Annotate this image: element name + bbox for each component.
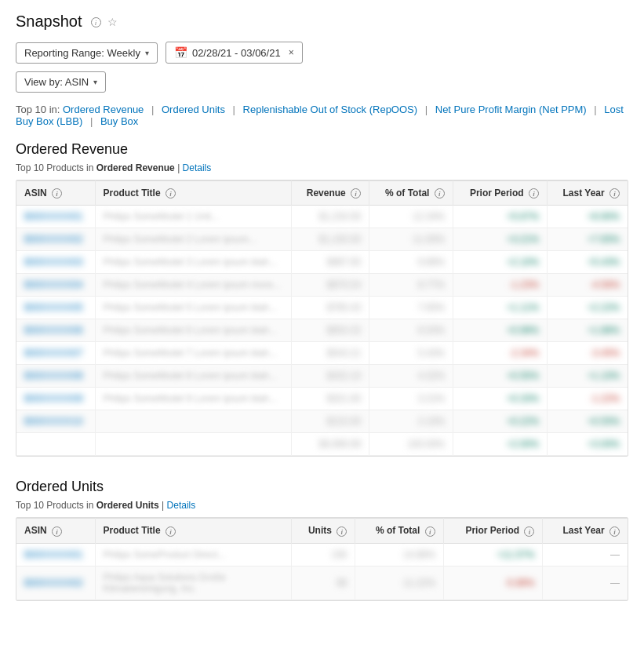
reporting-range-label: Reporting Range: Weekly — [24, 47, 140, 59]
view-by-dropdown[interactable]: View by: ASIN ▾ — [16, 71, 106, 93]
revenue-section: Ordered Revenue Top 10 Products in Order… — [16, 141, 628, 457]
revenue-row-revenue: $876.54 — [291, 274, 369, 297]
revenue-row-pct: 6.54% — [369, 319, 453, 342]
revenue-row-revenue: $432.10 — [291, 365, 369, 388]
pct-info-icon[interactable]: i — [435, 188, 445, 199]
revenue-details-link[interactable]: Details — [183, 162, 212, 173]
units-table-row: B00XXXXX01 Philips SomeProduct Direct...… — [16, 543, 628, 566]
revenue-row-title: Philips SomeModel 3 Lorem ipsum blah... — [95, 251, 291, 274]
revenue-row-prior: -2.34% — [453, 342, 547, 365]
units-col-product: Product Title i — [95, 519, 291, 543]
info-icon[interactable]: i — [89, 16, 101, 28]
prior-info-icon[interactable]: i — [529, 188, 539, 199]
revenue-table-row: B00XXXXX04 Philips SomeModel 4 Lorem ips… — [16, 274, 628, 297]
revenue-row-ly: +8.90% — [547, 206, 628, 228]
revenue-row-asin[interactable]: B00XXXXX09 — [16, 388, 95, 410]
product-info-icon[interactable]: i — [166, 188, 176, 199]
revenue-table-row: B00XXXXX10 $210.00 2.10% +0.22% +0.55% — [16, 410, 628, 433]
revenue-row-ly: +1.10% — [547, 365, 628, 388]
units-section-title: Ordered Units — [16, 479, 628, 495]
revenue-row-asin[interactable]: B00XXXXX01 — [16, 206, 95, 228]
revenue-row-asin[interactable]: B00XXXXX06 — [16, 319, 95, 342]
revenue-row-ly: -3.45% — [547, 342, 628, 365]
reporting-range-dropdown[interactable]: Reporting Range: Weekly ▾ — [16, 42, 158, 64]
revenue-row-prior: +0.99% — [453, 319, 547, 342]
nav-net-ppm[interactable]: Net Pure Profit Margin (Net PPM) — [435, 104, 587, 115]
date-range-value: 02/28/21 - 03/06/21 — [192, 47, 281, 59]
revenue-row-asin[interactable] — [16, 433, 95, 456]
revenue-row-title: Philips SomeModel 6 Lorem ipsum blah... — [95, 319, 291, 342]
revenue-row-asin[interactable]: B00XXXXX07 — [16, 342, 95, 365]
units-section-subtitle: Top 10 Products in Ordered Units | Detai… — [16, 500, 628, 511]
revenue-row-asin[interactable]: B00XXXXX02 — [16, 228, 95, 251]
revenue-row-asin[interactable]: B00XXXXX05 — [16, 297, 95, 319]
units-prior-info-icon[interactable]: i — [524, 526, 534, 537]
revenue-table: ASIN i Product Title i Revenue i % of — [16, 180, 628, 456]
units-row-units: 156 — [291, 543, 355, 566]
top-nav: Top 10 in: Ordered Revenue | Ordered Uni… — [16, 104, 628, 127]
revenue-row-ly: +3.00% — [547, 433, 628, 456]
revenue-row-pct: 9.88% — [369, 251, 453, 274]
revenue-row-title: Philips SomeModel 9 Lorem ipsum blah... — [95, 388, 291, 410]
dropdown-arrow-icon: ▾ — [145, 49, 149, 57]
units-col-pct: % of Total i — [355, 519, 443, 543]
view-by-arrow-icon: ▾ — [93, 78, 97, 86]
units-col-prior: Prior Period i — [443, 519, 543, 543]
revenue-row-title — [95, 410, 291, 433]
nav-ordered-units[interactable]: Ordered Units — [162, 104, 225, 115]
asin-info-icon[interactable]: i — [52, 188, 62, 199]
revenue-row-revenue: $1,234.56 — [291, 206, 369, 228]
revenue-info-icon[interactable]: i — [351, 188, 361, 199]
revenue-row-revenue: $765.43 — [291, 297, 369, 319]
ly-info-icon[interactable]: i — [609, 188, 620, 199]
revenue-row-revenue: $654.32 — [291, 319, 369, 342]
revenue-row-title: Philips SomeModel 5 Lorem ipsum blah... — [95, 297, 291, 319]
revenue-row-asin[interactable]: B00XXXXX03 — [16, 251, 95, 274]
revenue-row-pct: 2.10% — [369, 410, 453, 433]
revenue-table-container: ASIN i Product Title i Revenue i % of — [16, 180, 628, 457]
units-col-asin: ASIN i — [16, 519, 95, 543]
view-by-label: View by: ASIN — [24, 76, 89, 88]
revenue-row-asin[interactable]: B00XXXXX08 — [16, 365, 95, 388]
star-icon[interactable]: ☆ — [107, 16, 118, 28]
revenue-row-title: Philips SomeModel 2 Lorem ipsum... — [95, 228, 291, 251]
units-row-prior: +11.57% — [443, 543, 543, 566]
revenue-row-revenue: $210.00 — [291, 410, 369, 433]
units-details-link[interactable]: Details — [167, 500, 196, 511]
revenue-row-pct: 12.34% — [369, 206, 453, 228]
revenue-row-ly: +7.65% — [547, 228, 628, 251]
revenue-row-pct: 4.32% — [369, 365, 453, 388]
revenue-row-revenue: $987.65 — [291, 251, 369, 274]
nav-buy-box[interactable]: Buy Box — [100, 115, 138, 127]
units-asin-info-icon[interactable]: i — [52, 526, 62, 537]
units-row-asin[interactable]: B00XXXXX01 — [16, 543, 95, 566]
revenue-row-pct: 3.21% — [369, 388, 453, 410]
revenue-section-title: Ordered Revenue — [16, 141, 628, 158]
units-ly-info-icon[interactable]: i — [609, 526, 620, 537]
revenue-row-pct: 7.65% — [369, 297, 453, 319]
units-row-ly: — — [543, 543, 628, 566]
revenue-row-asin[interactable]: B00XXXXX10 — [16, 410, 95, 433]
revenue-table-row: B00XXXXX05 Philips SomeModel 5 Lorem ips… — [16, 297, 628, 319]
units-row-units: 98 — [291, 566, 355, 599]
revenue-row-revenue: $321.00 — [291, 388, 369, 410]
revenue-row-title: Philips SomeModel 4 Lorem ipsum more... — [95, 274, 291, 297]
col-prior-period: Prior Period i — [453, 181, 547, 206]
date-clear-icon[interactable]: × — [289, 47, 294, 58]
revenue-row-title: Philips SomeModel 7 Lorem ipsum blah... — [95, 342, 291, 365]
date-range-picker[interactable]: 📅 02/28/21 - 03/06/21 × — [166, 42, 303, 64]
units-product-info-icon[interactable]: i — [166, 526, 176, 537]
units-units-info-icon[interactable]: i — [337, 526, 347, 537]
revenue-row-prior: -1.23% — [453, 274, 547, 297]
units-row-asin[interactable]: B00XXXXX02 — [16, 566, 95, 599]
nav-ordered-revenue[interactable]: Ordered Revenue — [63, 104, 144, 115]
nav-repoos[interactable]: Replenishable Out of Stock (RepOOS) — [243, 104, 418, 115]
top10-label: Top 10 in: — [16, 104, 60, 115]
revenue-row-prior: +0.22% — [453, 410, 547, 433]
units-section: Ordered Units Top 10 Products in Ordered… — [16, 479, 628, 600]
revenue-row-pct: 100.00% — [369, 433, 453, 456]
col-asin: ASIN i — [16, 181, 95, 206]
revenue-row-ly: +0.55% — [547, 410, 628, 433]
units-pct-info-icon[interactable]: i — [425, 526, 435, 537]
revenue-row-asin[interactable]: B00XXXXX04 — [16, 274, 95, 297]
